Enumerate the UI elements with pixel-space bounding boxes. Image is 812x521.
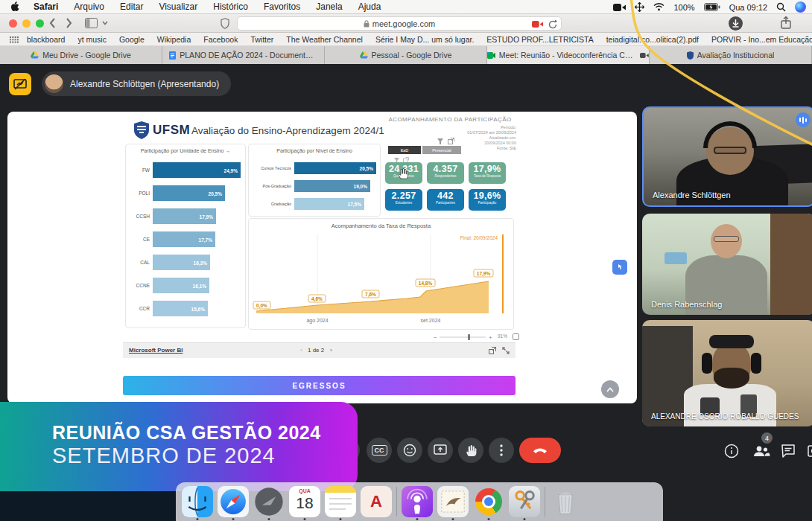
menu-clock[interactable]: Qua 09:12 bbox=[729, 3, 767, 12]
video-tile-alexandre-schlottgen[interactable]: Alexandre Schlöttgen bbox=[642, 106, 812, 207]
gray-circle-app-icon[interactable] bbox=[253, 486, 285, 517]
share-report-icon[interactable] bbox=[489, 347, 496, 354]
participants-button[interactable] bbox=[752, 444, 770, 458]
end-call-button[interactable] bbox=[519, 438, 561, 463]
menu-janela[interactable]: Janela bbox=[316, 1, 342, 12]
autocad-icon[interactable]: A bbox=[361, 486, 392, 517]
bookmark-item[interactable]: PORVIR - Ino...em Educação bbox=[711, 35, 812, 44]
tab-camera-active-icon[interactable] bbox=[532, 20, 543, 28]
tab-avaliacao-institucional[interactable]: Avaliação Institucional bbox=[650, 46, 812, 64]
podcasts-icon[interactable] bbox=[402, 486, 433, 517]
egressos-button[interactable]: EGRESSOS bbox=[123, 376, 516, 395]
ufsm-logo-text: UFSM bbox=[153, 123, 190, 138]
participants-count-badge: 4 bbox=[761, 432, 773, 444]
chrome-icon[interactable] bbox=[473, 486, 504, 517]
minimize-window-button[interactable] bbox=[22, 19, 31, 28]
keychain-access-icon[interactable] bbox=[509, 486, 540, 517]
stop-presenting-button[interactable] bbox=[9, 73, 31, 95]
share-icon[interactable] bbox=[781, 16, 791, 29]
forward-button[interactable] bbox=[66, 18, 72, 28]
menu-safari[interactable]: Safari bbox=[34, 1, 58, 12]
zoom-window-button[interactable] bbox=[36, 19, 44, 28]
powerbi-zoom-controls[interactable]: −+ 91% bbox=[432, 333, 520, 341]
tab-pessoal-drive[interactable]: Pessoal - Google Drive bbox=[325, 46, 487, 64]
toggle-presencial[interactable]: Presencial bbox=[422, 146, 461, 154]
presenter-pill[interactable]: Alexandre Schlöttgen (Apresentando) bbox=[42, 71, 231, 96]
bookmark-item[interactable]: Twitter bbox=[250, 35, 273, 44]
kpi-estudantes: 2.257Estudantes bbox=[385, 189, 422, 211]
notes-icon[interactable] bbox=[325, 486, 356, 517]
annotation-widget-button[interactable] bbox=[612, 260, 627, 275]
captions-button[interactable]: CC bbox=[367, 438, 392, 463]
privacy-shield-icon[interactable] bbox=[221, 18, 229, 29]
sidebar-chevron-icon[interactable] bbox=[102, 21, 108, 25]
menu-ajuda[interactable]: Ajuda bbox=[358, 1, 381, 12]
filter-icon[interactable] bbox=[437, 138, 443, 144]
menu-arquivo[interactable]: Arquivo bbox=[74, 1, 104, 12]
safari-toolbar: meet.google.com bbox=[0, 14, 812, 33]
fullscreen-icon[interactable] bbox=[502, 347, 510, 354]
bookmark-item[interactable]: Série I May D... um só lugar. bbox=[375, 35, 474, 44]
bookmark-item[interactable]: teiadigital.co...olitica(2).pdf bbox=[606, 35, 699, 44]
trash-icon[interactable] bbox=[550, 486, 581, 517]
move-tool-icon[interactable] bbox=[635, 2, 644, 12]
participation-header: ACOMPANHAMENTO DA PARTICIPAÇÃO bbox=[384, 116, 516, 123]
menu-visualizar[interactable]: Visualizar bbox=[159, 1, 197, 12]
bookmark-item[interactable]: blackboard bbox=[27, 35, 65, 44]
sidebar-toggle-icon[interactable] bbox=[85, 18, 98, 28]
video-tile-alexandre-osorio[interactable]: ALEXANDRE OSORIO ROBALLO GUEDES bbox=[642, 320, 812, 426]
menu-historico[interactable]: Histórico bbox=[213, 1, 248, 12]
more-options-button[interactable] bbox=[489, 438, 514, 463]
popout-icon[interactable] bbox=[448, 138, 454, 144]
address-bar[interactable]: meet.google.com bbox=[237, 16, 562, 31]
bookmark-item[interactable]: ESTUDO PROF...LETRICISTA bbox=[486, 35, 593, 44]
bookmark-item[interactable]: Wikipedia bbox=[157, 35, 191, 44]
audio-activity-indicator bbox=[796, 112, 811, 127]
toggle-ead[interactable]: EaD bbox=[388, 146, 421, 154]
calendar-icon[interactable]: QUA18 bbox=[289, 486, 320, 517]
reactions-button[interactable] bbox=[397, 438, 422, 463]
fit-to-page-icon[interactable] bbox=[513, 333, 519, 340]
mail-stamp-icon[interactable] bbox=[437, 486, 469, 517]
bookmark-item[interactable]: yt music bbox=[77, 35, 107, 44]
safari-dock-icon[interactable] bbox=[218, 486, 249, 517]
downloads-button[interactable] bbox=[729, 16, 743, 31]
tab-meu-drive[interactable]: Meu Drive - Google Drive bbox=[0, 46, 162, 64]
arrow-right-icon[interactable]: → bbox=[225, 148, 230, 153]
video-tile-denis-rabenschlag[interactable]: Denis Rabenschlag bbox=[642, 214, 812, 315]
lock-icon bbox=[364, 20, 369, 28]
siri-icon[interactable] bbox=[795, 1, 806, 13]
close-window-button[interactable] bbox=[9, 19, 17, 28]
tile-name: ALEXANDRE OSORIO ROBALLO GUEDES bbox=[651, 412, 799, 421]
rate-chart-title: Acompanhamento da Taxa de Resposta bbox=[249, 223, 513, 229]
bookmark-item[interactable]: Facebook bbox=[203, 35, 238, 44]
menu-editar[interactable]: Editar bbox=[120, 1, 143, 12]
wifi-icon[interactable] bbox=[653, 3, 664, 11]
tab-plano-de-acao[interactable]: PLANO DE AÇÃO 2024 - Documentos Goo... bbox=[162, 46, 325, 64]
bookmark-item[interactable]: The Weather Channel bbox=[286, 35, 363, 44]
chat-button[interactable] bbox=[781, 444, 796, 458]
present-now-button[interactable] bbox=[428, 438, 453, 463]
battery-icon[interactable] bbox=[704, 3, 720, 11]
finder-icon[interactable] bbox=[182, 486, 213, 517]
apple-menu-icon[interactable] bbox=[10, 1, 20, 13]
reload-icon[interactable] bbox=[548, 19, 557, 29]
back-button[interactable] bbox=[49, 18, 56, 28]
scroll-to-top-button[interactable] bbox=[601, 380, 619, 398]
page-indicator: 1 de 2 bbox=[308, 347, 324, 354]
presenter-avatar bbox=[45, 74, 63, 93]
cc-icon: CC bbox=[372, 445, 387, 456]
activities-button[interactable] bbox=[808, 444, 812, 458]
bookmarks-grid-icon[interactable] bbox=[10, 36, 19, 43]
meeting-details-button[interactable] bbox=[724, 444, 739, 458]
powerbi-brand-link[interactable]: Microsoft Power BI bbox=[129, 347, 183, 354]
screen-record-camera-icon[interactable] bbox=[613, 3, 626, 12]
unit-chart-title: Participação por Unidade de Ensino bbox=[141, 148, 224, 153]
spotlight-search-icon[interactable] bbox=[776, 2, 786, 12]
raise-hand-button[interactable] bbox=[458, 438, 483, 463]
tab-meet-active[interactable]: Meet: Reunião - Videoconferência CSA... bbox=[487, 46, 650, 64]
bookmark-item[interactable]: Google bbox=[119, 35, 145, 44]
menu-favoritos[interactable]: Favoritos bbox=[264, 1, 300, 12]
page-next-icon[interactable]: › bbox=[330, 347, 332, 354]
page-prev-icon[interactable]: ‹ bbox=[300, 347, 302, 354]
